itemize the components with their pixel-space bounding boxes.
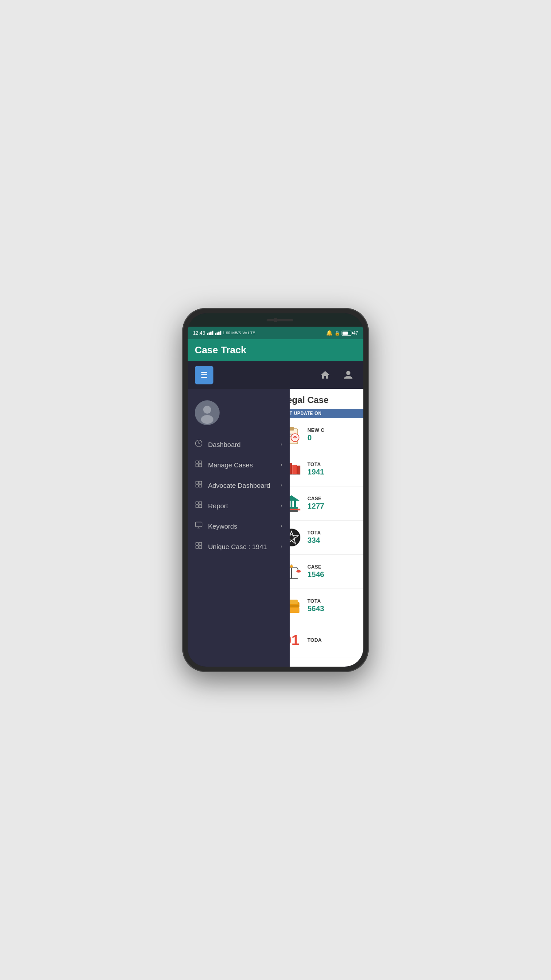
signal-bar-3 (210, 332, 212, 335)
total-value: 1941 (307, 468, 359, 477)
svg-rect-33 (297, 466, 300, 474)
action-bar: ☰ (188, 361, 363, 389)
sidebar-item-manage-cases[interactable]: Manage Cases ‹ (188, 454, 290, 475)
svg-point-51 (296, 570, 301, 573)
new-cases-value: 0 (307, 434, 359, 443)
sidebar-item-keywords[interactable]: Keywords ‹ (188, 516, 290, 536)
home-button[interactable] (317, 367, 333, 383)
svg-point-0 (346, 371, 350, 375)
sidebar-label-advocate: Advocate Dashboard (208, 482, 270, 489)
svg-rect-15 (196, 505, 198, 508)
sidebar-label-dashboard: Dashboard (208, 441, 240, 448)
network-type: Vo LTE (243, 331, 256, 335)
dashboard-icon (195, 439, 203, 449)
sidebar-item-dashboard-left: Dashboard (195, 439, 240, 449)
sidebar-item-manage-left: Manage Cases (195, 460, 253, 470)
svg-point-2 (203, 406, 211, 414)
sidebar-label-report: Report (208, 502, 228, 510)
svg-point-3 (201, 415, 213, 424)
status-time: 12:43 (193, 330, 205, 336)
sidebar-item-keywords-left: Keywords (195, 521, 237, 531)
case-info-scale: CASE 1546 (307, 564, 359, 579)
court-value: 1277 (307, 502, 359, 511)
battery-pct: 47 (353, 331, 358, 336)
chevron-dashboard: ‹ (281, 441, 283, 447)
report-icon (195, 501, 203, 510)
badge-value: 334 (307, 536, 359, 545)
menu-button[interactable]: ☰ (195, 366, 213, 384)
network-speed: 1.60 MB/S (223, 331, 241, 335)
alarm-icon: 🔔 (326, 330, 333, 336)
sidebar: Dashboard ‹ (188, 389, 290, 667)
chevron-advocate: ‹ (281, 482, 283, 488)
svg-rect-13 (196, 502, 198, 504)
case-info-court: CASE 1277 (307, 496, 359, 511)
svg-rect-21 (199, 546, 202, 549)
status-left: 12:43 1.60 MB/S Vo LTE (193, 330, 255, 336)
svg-point-52 (290, 565, 293, 568)
phone-device: 12:43 1.60 MB/S Vo LTE 🔔 🔒 (182, 308, 369, 672)
main-area: Dashboard ‹ (188, 389, 363, 667)
speaker (267, 319, 293, 321)
svg-point-29 (295, 437, 296, 439)
svg-rect-19 (199, 542, 202, 545)
case-info-files: TOTA 5643 (307, 598, 359, 613)
chevron-unique: ‹ (281, 543, 283, 549)
status-bar: 12:43 1.60 MB/S Vo LTE 🔔 🔒 (188, 327, 363, 339)
action-icons (317, 367, 356, 383)
svg-rect-6 (199, 461, 202, 463)
signal-bar-6 (216, 332, 218, 335)
files-value: 5643 (307, 605, 359, 613)
sidebar-item-report[interactable]: Report ‹ (188, 495, 290, 516)
sidebar-item-advocate-left: Advocate Dashboard (195, 480, 270, 490)
camera (273, 318, 278, 322)
svg-rect-9 (196, 481, 198, 484)
sidebar-item-unique-case[interactable]: Unique Case : 1941 ‹ (188, 536, 290, 557)
badge-label: TOTA (307, 530, 359, 535)
case-info-new: NEW C 0 (307, 427, 359, 443)
signal-bar-1 (207, 333, 208, 335)
keywords-icon (195, 521, 203, 531)
unique-case-icon (195, 541, 203, 551)
signal-bar-4 (212, 331, 213, 335)
sidebar-nav: Dashboard ‹ (188, 434, 290, 557)
svg-rect-14 (199, 502, 202, 504)
court-label: CASE (307, 496, 359, 501)
svg-rect-7 (196, 464, 198, 467)
battery-fill (342, 332, 348, 335)
sidebar-label-unique: Unique Case : 1941 (208, 543, 267, 550)
sidebar-item-dashboard[interactable]: Dashboard ‹ (188, 434, 290, 454)
new-cases-label: NEW C (307, 427, 359, 433)
signal-bar-2 (209, 332, 210, 335)
today-label: TODA (307, 637, 359, 643)
signal-bar-7 (218, 332, 220, 335)
app-header: Case Track (188, 339, 363, 361)
signal-bars (207, 331, 213, 335)
svg-rect-11 (196, 485, 198, 487)
svg-rect-10 (199, 481, 202, 484)
sidebar-label-keywords: Keywords (208, 522, 237, 530)
advocate-icon (195, 480, 203, 490)
manage-cases-icon (195, 460, 203, 470)
case-info-today: TODA (307, 637, 359, 643)
sidebar-item-advocate-dashboard[interactable]: Advocate Dashboard ‹ (188, 475, 290, 495)
lock-icon: 🔒 (335, 331, 340, 336)
battery-indicator (342, 331, 351, 336)
sidebar-label-manage-cases: Manage Cases (208, 461, 253, 469)
sidebar-item-report-left: Report (195, 501, 228, 510)
svg-rect-38 (291, 501, 292, 507)
signal-bars-2 (215, 331, 221, 335)
svg-rect-12 (199, 485, 202, 487)
avatar (195, 400, 220, 425)
svg-rect-17 (196, 522, 202, 527)
chevron-manage-cases: ‹ (281, 462, 283, 468)
signal-bar-5 (215, 333, 216, 335)
phone-top-bar (188, 313, 363, 327)
hamburger-icon: ☰ (201, 370, 208, 380)
svg-rect-8 (199, 464, 202, 467)
status-right: 🔔 🔒 47 (326, 330, 358, 336)
svg-rect-32 (292, 465, 297, 474)
profile-button[interactable] (340, 367, 356, 383)
app-title: Case Track (195, 344, 246, 356)
svg-rect-16 (199, 505, 202, 508)
